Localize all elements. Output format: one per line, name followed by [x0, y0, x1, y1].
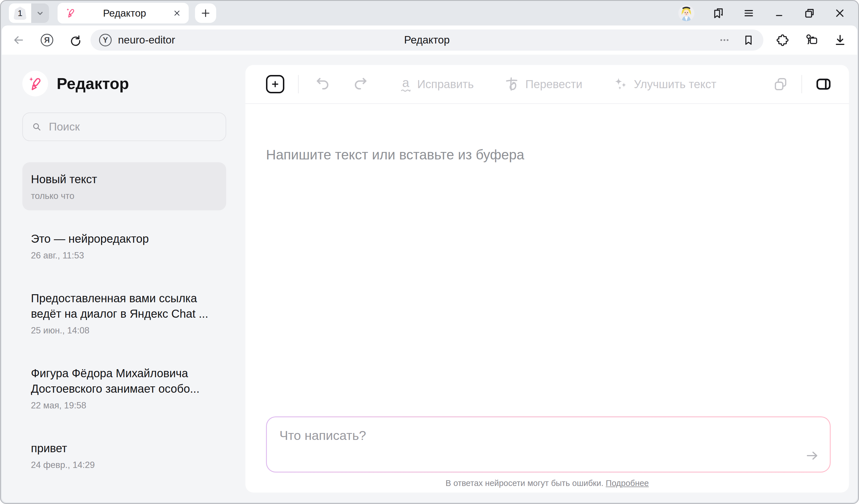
omnibox-more-button[interactable]	[718, 34, 731, 46]
improve-text-label: Улучшить текст	[634, 78, 717, 91]
split-panel-icon	[815, 76, 832, 92]
close-icon	[173, 9, 181, 17]
tab-count-badge: 1	[13, 6, 27, 20]
undo-icon	[315, 76, 331, 92]
url-text: neuro-editor	[118, 34, 175, 46]
sparkles-icon	[612, 76, 628, 92]
page-title: Редактор	[90, 34, 763, 46]
bookmark-flag-icon	[742, 34, 755, 46]
document-time: 25 июн., 14:08	[31, 325, 217, 336]
undo-button[interactable]	[315, 76, 331, 92]
learn-more-link[interactable]: Подробнее	[606, 478, 649, 488]
sidebar: Редактор Новый текст только что Это — не…	[2, 55, 245, 502]
reload-button[interactable]	[69, 33, 82, 47]
app-brand: Редактор	[22, 71, 226, 96]
document-time: 24 февр., 14:29	[31, 460, 217, 470]
browser-menu-button[interactable]	[742, 7, 755, 19]
document-list-item[interactable]: Это — нейроредактор 26 авг., 11:53	[22, 222, 226, 270]
neuro-editor-app: Редактор Новый текст только что Это — не…	[2, 55, 857, 502]
document-title: Фигура Фёдора Михайловича Достоевского з…	[31, 366, 217, 396]
document-list-item[interactable]: Фигура Фёдора Михайловича Достоевского з…	[22, 356, 226, 420]
site-favicon-icon: Y	[99, 34, 112, 46]
redo-icon	[352, 76, 368, 92]
app-title: Редактор	[57, 74, 129, 93]
disclaimer-text: В ответах нейросети могут быть ошибки.	[446, 478, 603, 488]
window-minimize-button[interactable]	[773, 7, 785, 19]
magic-pen-icon	[65, 7, 76, 19]
document-title: привет	[31, 441, 217, 456]
document-list: Новый текст только что Это — нейроредакт…	[22, 162, 226, 479]
improve-text-button[interactable]: Улучшить текст	[612, 76, 717, 92]
new-document-button[interactable]	[266, 75, 284, 93]
window-close-button[interactable]	[833, 7, 846, 19]
hamburger-menu-icon	[742, 7, 755, 19]
tab-count-button[interactable]: 1	[9, 3, 31, 23]
search-input[interactable]	[48, 120, 217, 133]
prompt-box	[266, 416, 831, 473]
chevron-down-icon	[35, 8, 45, 18]
prompt-input[interactable]	[267, 417, 830, 472]
translate-label: Перевести	[525, 78, 583, 91]
document-title: Предоставленная вами ссылка ведёт на диа…	[31, 290, 217, 321]
editor-placeholder: Напишите текст или вставьте из буфера	[266, 147, 828, 163]
copy-icon	[773, 76, 788, 92]
reload-icon	[69, 33, 82, 47]
editor-toolbar: а Исправить Перевести	[245, 65, 849, 104]
ellipsis-icon	[718, 34, 731, 46]
tab-close-button[interactable]	[173, 9, 181, 17]
copy-button[interactable]	[773, 76, 788, 92]
fix-text-label: Исправить	[417, 78, 474, 91]
toolbar-divider	[298, 75, 299, 93]
bookmarks-icon	[712, 7, 725, 19]
search-box[interactable]	[22, 112, 226, 141]
translate-icon	[504, 76, 520, 92]
tab-groups-control[interactable]: 1	[9, 3, 49, 23]
disclaimer: В ответах нейросети могут быть ошибки. П…	[245, 478, 849, 488]
new-tab-button[interactable]	[195, 3, 216, 23]
browser-content: Я Y neuro-editor Редактор	[2, 26, 857, 502]
document-list-item[interactable]: Предоставленная вами ссылка ведёт на диа…	[22, 281, 226, 345]
app-logo	[22, 71, 48, 96]
address-bar: Я Y neuro-editor Редактор	[2, 26, 857, 55]
send-arrow-icon	[804, 447, 819, 464]
restore-icon	[803, 7, 816, 19]
window-restore-button[interactable]	[803, 7, 816, 19]
plus-icon	[200, 7, 211, 19]
bookmarks-panel-button[interactable]	[712, 7, 725, 19]
magic-pen-icon	[27, 76, 43, 92]
document-list-item[interactable]: Новый текст только что	[22, 162, 226, 210]
tab-groups-chevron-button[interactable]	[31, 3, 49, 23]
passwords-button[interactable]	[804, 33, 818, 47]
downloads-button[interactable]	[833, 33, 847, 47]
redo-button[interactable]	[352, 76, 368, 92]
back-button[interactable]	[12, 33, 25, 47]
editor-canvas[interactable]: Напишите текст или вставьте из буфера	[245, 104, 849, 163]
translate-button[interactable]: Перевести	[504, 76, 583, 92]
browser-window: 1 Редактор	[0, 0, 859, 504]
fix-letter-icon: а	[400, 76, 411, 92]
add-bookmark-button[interactable]	[742, 34, 755, 46]
send-prompt-button[interactable]	[803, 446, 821, 465]
tab-title: Редактор	[76, 7, 173, 19]
toggle-panel-button[interactable]	[815, 76, 832, 92]
avatar-girl-icon	[678, 5, 694, 21]
back-arrow-icon	[12, 33, 25, 47]
document-time: 22 мая, 19:58	[31, 400, 217, 411]
document-list-item[interactable]: привет 24 февр., 14:29	[22, 431, 226, 479]
plus-icon	[270, 79, 280, 89]
download-icon	[833, 33, 847, 47]
user-avatar[interactable]	[678, 5, 694, 21]
document-time: 26 авг., 11:53	[31, 250, 217, 261]
editor-panel: а Исправить Перевести	[245, 65, 849, 492]
fix-text-button[interactable]: а Исправить	[400, 76, 474, 92]
extensions-button[interactable]	[776, 33, 790, 47]
browser-tab[interactable]: Редактор	[58, 3, 189, 24]
document-time: только что	[31, 191, 217, 201]
search-icon	[31, 121, 42, 133]
omnibox[interactable]: Y neuro-editor Редактор	[90, 30, 763, 51]
tab-bar: 1 Редактор	[1, 1, 858, 26]
yandex-logo-icon: Я	[41, 34, 53, 46]
yandex-home-button[interactable]: Я	[41, 34, 53, 46]
close-icon	[833, 7, 846, 19]
minimize-icon	[773, 7, 785, 19]
